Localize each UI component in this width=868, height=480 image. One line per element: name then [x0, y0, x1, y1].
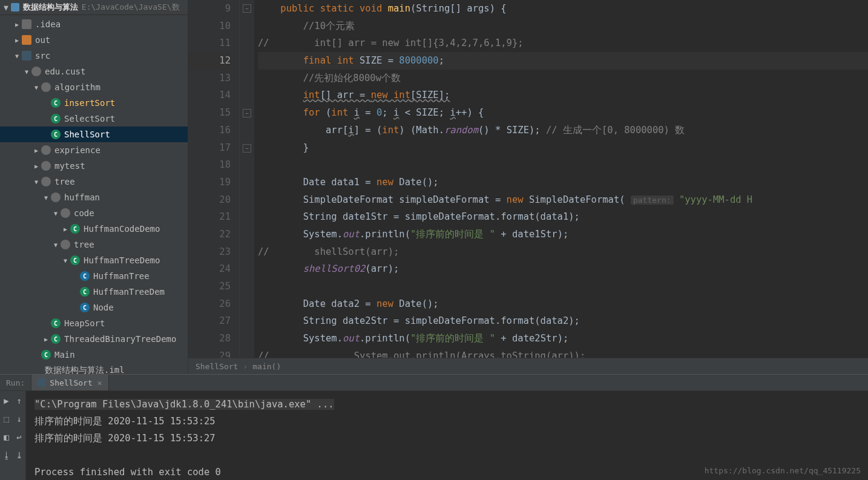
tree-label: edu.cust	[45, 67, 85, 76]
tree-node[interactable]: ▼code	[0, 205, 188, 221]
project-header[interactable]: ▼ 数据结构与算法 E:\JavaCode\JavaSE\数	[0, 0, 188, 15]
chevron-icon: ▼	[33, 179, 40, 185]
run-config-icon	[38, 378, 46, 387]
chevron-icon: ▼	[23, 68, 30, 75]
chevron-down-icon: ▼	[4, 3, 8, 12]
run-label: Run:	[0, 378, 31, 387]
chevron-icon: ▼	[52, 242, 59, 248]
tree-label: ShellSort	[64, 130, 110, 139]
chevron-icon: ▼	[13, 53, 21, 59]
stop-icon[interactable]: ⬚	[2, 414, 12, 424]
tree-node[interactable]: ▼src	[0, 48, 188, 64]
tree-node[interactable]: HeapSort	[0, 315, 188, 331]
breadcrumb-item[interactable]: ShellSort	[196, 362, 238, 371]
tree-node[interactable]: ▶ThreadedBinaryTreeDemo	[0, 331, 188, 347]
tree-node[interactable]: SelectSort	[0, 111, 188, 127]
tree-label: huffman	[64, 192, 100, 202]
tree-node[interactable]: ShellSort	[0, 127, 188, 142]
editor: 9101112131415161718192021222324252627282…	[188, 0, 868, 374]
chevron-icon: ▶	[42, 336, 50, 343]
dump-icon[interactable]: ◧	[2, 432, 12, 442]
tree-node[interactable]: ▼HuffmanTreeDemo	[0, 252, 188, 268]
tree-label: src	[35, 51, 50, 61]
watermark: https://blog.csdn.net/qq_45119225	[705, 466, 861, 475]
run-header: Run: ShellSort ×	[0, 375, 868, 391]
tree-label: mytest	[54, 161, 85, 171]
chevron-icon: ▶	[33, 147, 40, 154]
tree-label: 数据结构与算法.iml	[45, 365, 125, 374]
fold-marker-icon[interactable]: −	[243, 4, 251, 13]
tree-node[interactable]: insertSort	[0, 95, 188, 111]
tree-node[interactable]: 数据结构与算法.iml	[0, 363, 188, 374]
fold-gutter[interactable]: − − −	[240, 0, 254, 358]
project-tree[interactable]: ▶.idea▶out▼src▼edu.cust▼algorithminsertS…	[0, 15, 188, 374]
project-name: 数据结构与算法	[23, 2, 78, 13]
tree-label: tree	[74, 240, 94, 249]
tree-node[interactable]: ▶.idea	[0, 16, 188, 32]
scroll-to-end-icon[interactable]: ⤓	[15, 450, 24, 460]
fold-marker-icon[interactable]: −	[243, 109, 251, 117]
project-icon	[11, 3, 19, 12]
project-sidebar: ▼ 数据结构与算法 E:\JavaCode\JavaSE\数 ▶.idea▶ou…	[0, 0, 188, 374]
tree-label: HuffmanCodeDemo	[84, 224, 160, 234]
project-path: E:\JavaCode\JavaSE\数	[82, 2, 180, 13]
breadcrumb-item[interactable]: main()	[252, 362, 281, 371]
tree-label: tree	[54, 177, 75, 186]
tree-node[interactable]: Main	[0, 347, 188, 363]
tree-node[interactable]: ▼huffman	[0, 189, 188, 205]
tree-label: exprience	[54, 145, 100, 155]
run-tab[interactable]: ShellSort ×	[31, 375, 108, 390]
run-toolbar: ▶ ⬚ ◧ ⭳ ↑ ↓ ↩ ⤓	[0, 391, 26, 480]
tree-label: Node	[93, 303, 114, 312]
tree-label: .idea	[35, 19, 61, 29]
tree-label: out	[35, 35, 50, 45]
chevron-icon: ▶	[13, 21, 21, 28]
chevron-icon: ▼	[42, 194, 50, 201]
chevron-icon: ▶	[13, 37, 21, 44]
exit-icon[interactable]: ⭳	[2, 450, 12, 460]
tree-label: ThreadedBinaryTreeDemo	[64, 334, 176, 344]
tree-label: HuffmanTreeDem	[93, 287, 165, 297]
tree-node[interactable]: ▶out	[0, 32, 188, 48]
line-gutter[interactable]: 9101112131415161718192021222324252627282…	[188, 0, 240, 358]
chevron-icon: ▶	[62, 226, 69, 232]
tree-label: algorithm	[54, 82, 100, 92]
tree-node[interactable]: ▼tree	[0, 237, 188, 252]
close-icon[interactable]: ×	[97, 378, 102, 387]
tree-node[interactable]: ▶exprience	[0, 142, 188, 158]
chevron-icon: ▼	[52, 210, 59, 217]
tree-node[interactable]: ▼edu.cust	[0, 64, 188, 79]
tree-node[interactable]: ▼tree	[0, 174, 188, 189]
tree-label: HuffmanTree	[93, 271, 150, 281]
run-tab-label: ShellSort	[50, 378, 92, 387]
tree-label: insertSort	[64, 98, 115, 108]
rerun-icon[interactable]: ▶	[2, 396, 12, 406]
tree-label: code	[74, 208, 94, 218]
soft-wrap-icon[interactable]: ↩	[15, 432, 24, 442]
scroll-up-icon[interactable]: ↑	[15, 396, 24, 406]
tree-label: Main	[54, 350, 75, 360]
tree-label: HuffmanTreeDemo	[84, 255, 160, 265]
chevron-right-icon: ›	[243, 362, 248, 371]
breadcrumb[interactable]: ShellSort › main()	[188, 358, 868, 374]
code-area[interactable]: public static void main(String[] args) {…	[254, 0, 868, 358]
chevron-icon: ▶	[33, 163, 40, 169]
tree-label: HeapSort	[64, 318, 105, 328]
tree-node[interactable]: ▼algorithm	[0, 79, 188, 95]
tree-label: SelectSort	[64, 114, 115, 123]
fold-marker-icon[interactable]: −	[243, 144, 251, 153]
tree-node[interactable]: ▶HuffmanCodeDemo	[0, 221, 188, 237]
chevron-icon: ▼	[62, 257, 69, 264]
scroll-down-icon[interactable]: ↓	[15, 414, 24, 424]
tree-node[interactable]: HuffmanTreeDem	[0, 284, 188, 300]
run-panel: Run: ShellSort × ▶ ⬚ ◧ ⭳ ↑ ↓ ↩ ⤓	[0, 374, 868, 480]
chevron-icon: ▼	[33, 84, 40, 91]
tree-node[interactable]: ▶mytest	[0, 158, 188, 174]
tree-node[interactable]: HuffmanTree	[0, 268, 188, 284]
tree-node[interactable]: Node	[0, 300, 188, 315]
